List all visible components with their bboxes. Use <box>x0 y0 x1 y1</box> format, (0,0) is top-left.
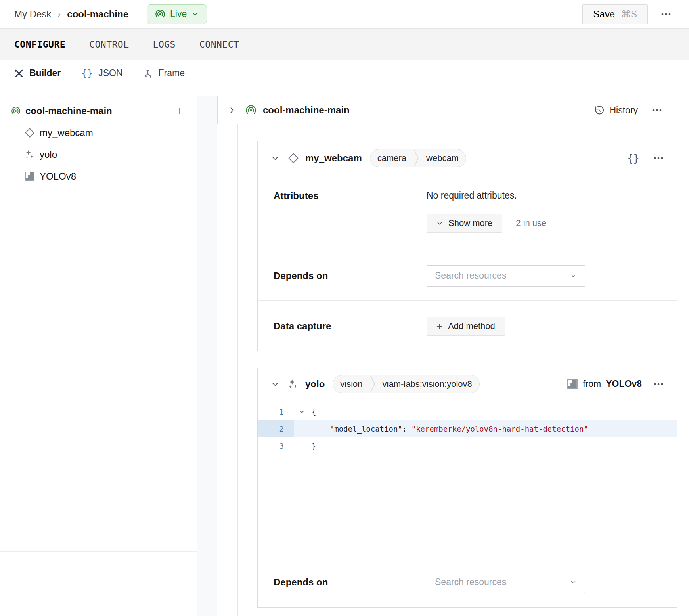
yolo-card-header: yolo vision viam-labs:vision:yolov8 from <box>258 368 677 400</box>
code-text: } <box>312 442 316 450</box>
tree-item-yolo[interactable]: yolo <box>0 143 197 165</box>
mode-json[interactable]: {} JSON <box>81 68 122 79</box>
tab-control[interactable]: CONTROL <box>89 39 129 50</box>
yolo-depends-on-section: Depends on Search resources <box>258 557 677 607</box>
save-label: Save <box>593 9 615 20</box>
from-module-name[interactable]: YOLOv8 <box>606 379 642 389</box>
depends-on-select[interactable]: Search resources <box>427 265 585 287</box>
breadcrumb-separator-icon: › <box>57 9 61 20</box>
chevron-down-icon[interactable] <box>271 154 279 162</box>
part-overflow-menu-button[interactable] <box>648 101 666 119</box>
tree-item-label: my_webcam <box>40 127 93 138</box>
show-more-button[interactable]: Show more <box>427 214 502 233</box>
breadcrumb-current: cool-machine <box>67 9 128 20</box>
sparkles-icon <box>288 379 299 390</box>
resource-tree: cool-machine-main + my_webcam <box>0 86 197 187</box>
tab-connect[interactable]: CONNECT <box>199 39 239 50</box>
tab-configure[interactable]: CONFIGURE <box>14 39 65 50</box>
fold-toggle[interactable] <box>294 409 312 415</box>
machine-part-header-card: cool-machine-main History <box>217 96 677 124</box>
live-status-dropdown[interactable]: Live <box>147 4 207 24</box>
webcam-card-header: my_webcam camera webcam {} <box>258 141 677 175</box>
add-method-label: Add method <box>448 321 495 331</box>
line-number: 3 <box>258 442 294 450</box>
tree-item-label: cool-machine-main <box>25 105 112 117</box>
attributes-json-editor[interactable]: 1 { 2 "model_location": "keremberke/yolo… <box>258 400 677 557</box>
resource-type: vision <box>333 379 369 389</box>
code-string-value: "keremberke/yolov8n-hard-hat-detection" <box>411 425 588 433</box>
mode-json-label: JSON <box>98 68 122 78</box>
code-indent <box>312 425 330 433</box>
tree-item-yolov8-module[interactable]: YOLOv8 <box>0 165 197 187</box>
sparkles-icon <box>25 149 35 160</box>
header-overflow-menu-button[interactable] <box>657 6 675 23</box>
yolo-overflow-menu-button[interactable] <box>650 375 667 393</box>
braces-icon: {} <box>81 68 93 79</box>
show-more-label: Show more <box>448 218 492 228</box>
tools-icon <box>14 69 24 78</box>
mode-frame[interactable]: Frame <box>143 68 184 78</box>
tree-connector-inner <box>237 124 238 616</box>
resource-type-badge: camera webcam <box>370 149 466 167</box>
module-icon <box>25 171 35 182</box>
history-label: History <box>609 105 638 116</box>
badge-divider-icon <box>370 375 375 393</box>
tab-logs[interactable]: LOGS <box>153 39 176 50</box>
code-key: "model_location" <box>330 425 402 433</box>
data-capture-section: Data capture + Add method <box>258 301 677 351</box>
history-button[interactable]: History <box>593 105 638 116</box>
tree-item-my-webcam[interactable]: my_webcam <box>0 122 197 143</box>
code-line-3[interactable]: 3 } <box>258 437 677 454</box>
resource-model: viam-labs:vision:yolov8 <box>375 379 479 389</box>
view-mode-toolbar: Builder {} JSON Frame <box>0 60 197 86</box>
data-capture-label: Data capture <box>274 321 427 332</box>
attributes-empty-text: No required attributes. <box>427 190 546 201</box>
from-module-group: from YOLOv8 <box>567 379 642 390</box>
main-tab-bar: CONFIGURE CONTROL LOGS CONNECT <box>0 29 689 60</box>
part-title: cool-machine-main <box>263 105 350 116</box>
chevron-down-icon <box>570 272 577 279</box>
chevron-right-icon[interactable] <box>228 106 236 114</box>
code-line-2-active[interactable]: 2 "model_location": "keremberke/yolov8n-… <box>258 420 677 437</box>
add-method-button[interactable]: + Add method <box>427 317 505 336</box>
depends-on-placeholder: Search resources <box>435 577 506 587</box>
sidebar-divider <box>0 551 197 552</box>
diamond-icon <box>25 128 35 138</box>
depends-on-select[interactable]: Search resources <box>427 572 585 593</box>
diamond-icon <box>288 153 299 164</box>
resource-model: webcam <box>419 153 466 163</box>
code-text: { <box>312 407 316 416</box>
resource-type: camera <box>370 153 413 163</box>
chevron-down-icon[interactable] <box>271 380 279 388</box>
webcam-overflow-menu-button[interactable] <box>650 149 667 167</box>
code-line-1[interactable]: 1 { <box>258 403 677 420</box>
save-button[interactable]: Save ⌘S <box>582 4 648 24</box>
kebab-icon <box>653 157 664 160</box>
attributes-label: Attributes <box>274 190 427 251</box>
json-edit-icon[interactable]: {} <box>627 152 639 164</box>
depends-on-label: Depends on <box>274 577 427 588</box>
tree-item-label: YOLOv8 <box>40 171 76 182</box>
resource-name: yolo <box>305 379 325 390</box>
add-resource-button[interactable]: + <box>176 105 183 117</box>
config-main-panel: cool-machine-main History <box>197 60 689 616</box>
plus-icon: + <box>436 321 442 331</box>
depends-on-section: Depends on Search resources <box>258 251 677 301</box>
tree-item-machine-part[interactable]: cool-machine-main + <box>0 100 197 122</box>
frame-axes-icon <box>143 69 153 78</box>
attributes-section: Attributes No required attributes. Show … <box>258 175 677 251</box>
depends-on-label: Depends on <box>274 270 427 281</box>
chevron-down-icon <box>436 220 443 226</box>
chevron-down-icon <box>191 11 199 18</box>
from-label: from <box>583 379 601 389</box>
resource-type-badge: vision viam-labs:vision:yolov8 <box>333 375 479 393</box>
broadcast-icon <box>155 9 165 19</box>
mode-builder[interactable]: Builder <box>14 68 61 78</box>
module-icon <box>567 379 578 390</box>
chevron-down-icon <box>570 579 577 586</box>
mode-frame-label: Frame <box>158 68 184 78</box>
save-shortcut: ⌘S <box>621 9 637 20</box>
breadcrumb-parent[interactable]: My Desk <box>14 9 51 20</box>
depends-on-placeholder: Search resources <box>435 270 506 281</box>
history-icon <box>593 105 605 116</box>
